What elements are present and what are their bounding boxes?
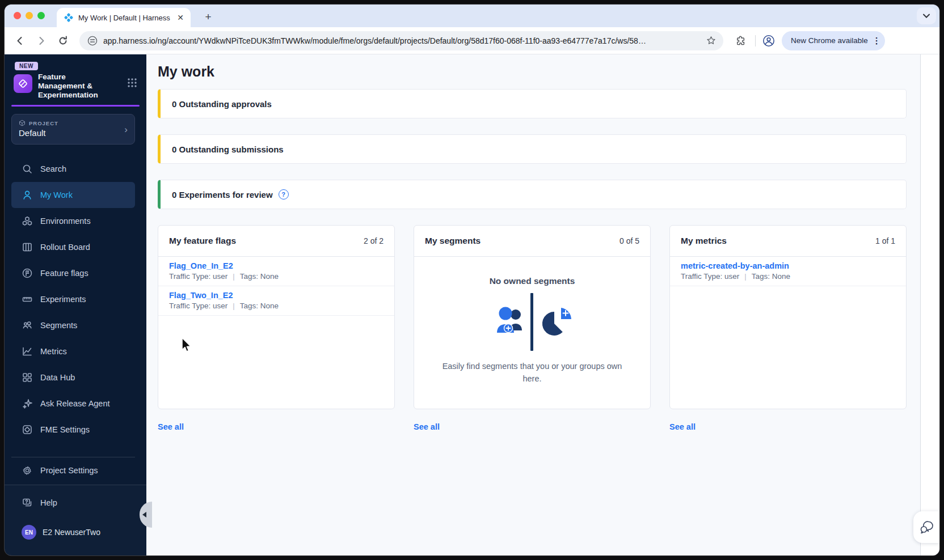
site-info-icon[interactable] <box>87 36 98 46</box>
see-all-row: See all See all See all <box>158 422 907 432</box>
flag-link[interactable]: Flag_Two_In_E2 <box>169 291 384 300</box>
module-accent-line <box>11 105 140 107</box>
tab-strip: My Work | Default | Harness ✕ + <box>5 5 939 27</box>
environments-icon <box>22 215 33 227</box>
sidebar-item-project-settings[interactable]: Project Settings <box>11 457 135 483</box>
chat-bubbles-icon <box>919 520 934 534</box>
metric-row: metric-created-by-an-admin Traffic Type:… <box>670 257 906 286</box>
help-chat-icon <box>22 497 33 508</box>
segments-icon <box>22 320 33 331</box>
reload-button[interactable] <box>57 35 69 47</box>
sidebar-item-my-work[interactable]: My Work <box>11 182 135 208</box>
app-content: NEW Feature Management & Experimentation… <box>5 54 939 555</box>
sidebar: NEW Feature Management & Experimentation… <box>5 54 146 555</box>
metric-link[interactable]: metric-created-by-an-admin <box>681 261 895 270</box>
address-bar[interactable]: app.harness.io/ng/account/YWdkwNPiTceDUK… <box>79 31 723 50</box>
sidebar-item-data-hub[interactable]: Data Hub <box>11 364 135 391</box>
sidebar-footer: Help EN E2 NewuserTwo <box>5 485 146 555</box>
extensions-icon[interactable] <box>735 35 747 47</box>
page-title: My work <box>158 63 907 80</box>
tab-search-button[interactable] <box>917 7 936 24</box>
browser-tab[interactable]: My Work | Default | Harness ✕ <box>57 8 191 27</box>
project-selector[interactable]: PROJECT Default › <box>11 114 135 145</box>
gear-icon <box>22 465 33 476</box>
card-title: My metrics <box>681 236 727 246</box>
forward-button[interactable] <box>35 35 48 47</box>
submissions-banner: 0 Outstanding submissions <box>158 134 907 164</box>
person-icon <box>22 189 33 201</box>
sidebar-nav: Search My Work Environments Rollout Boar… <box>5 156 146 483</box>
new-badge: NEW <box>15 62 38 70</box>
profile-avatar-icon[interactable] <box>762 35 775 47</box>
module-switcher-icon[interactable] <box>127 78 137 90</box>
sidebar-item-feature-flags[interactable]: Feature flags <box>11 260 135 286</box>
sidebar-item-metrics[interactable]: Metrics <box>11 338 135 364</box>
sidebar-item-help[interactable]: Help <box>11 490 135 516</box>
sidebar-item-rollout-board[interactable]: Rollout Board <box>11 234 135 260</box>
browser-window: My Work | Default | Harness ✕ + app.harn… <box>5 5 939 555</box>
mouse-cursor <box>178 336 193 353</box>
segments-empty-illustration <box>487 291 578 353</box>
metrics-chart-icon <box>22 346 33 357</box>
see-all-metrics-link[interactable]: See all <box>669 422 696 431</box>
see-all-flags-link[interactable]: See all <box>158 422 184 431</box>
sidebar-item-ask-release-agent[interactable]: Ask Release Agent <box>11 391 135 417</box>
search-icon <box>22 163 33 175</box>
feature-flag-row: Flag_One_In_E2 Traffic Type: user|Tags: … <box>158 257 394 286</box>
rollout-board-icon <box>22 241 33 253</box>
see-all-segments-link[interactable]: See all <box>414 422 440 431</box>
main-content: My work 0 Outstanding approvals 0 Outsta… <box>146 54 920 555</box>
back-button[interactable] <box>14 35 26 47</box>
new-tab-button[interactable]: + <box>201 10 216 24</box>
sidebar-item-experiments[interactable]: Experiments <box>11 286 135 312</box>
fme-module-icon <box>14 74 32 93</box>
card-count: 2 of 2 <box>364 236 384 245</box>
close-window-button[interactable] <box>14 12 21 19</box>
harness-favicon <box>64 12 74 23</box>
segments-card: My segments 0 of 5 No owned segments <box>414 225 651 409</box>
user-menu[interactable]: EN E2 NewuserTwo <box>11 519 135 545</box>
card-count: 1 of 1 <box>875 236 895 245</box>
chevron-right-icon: › <box>124 124 128 135</box>
user-name: E2 NewuserTwo <box>43 528 100 537</box>
chevron-down-icon <box>923 14 930 18</box>
feature-flag-row: Flag_Two_In_E2 Traffic Type: user|Tags: … <box>158 286 394 316</box>
sidebar-item-segments[interactable]: Segments <box>11 312 135 338</box>
sidebar-item-search[interactable]: Search <box>11 156 135 182</box>
metrics-card: My metrics 1 of 1 metric-created-by-an-a… <box>669 225 907 409</box>
browser-toolbar: app.harness.io/ng/account/YWdkwNPiTceDUK… <box>5 27 939 54</box>
minimize-window-button[interactable] <box>26 12 33 19</box>
segments-empty-state: No owned segments <box>414 257 650 409</box>
user-avatar: EN <box>22 525 36 540</box>
approvals-banner: 0 Outstanding approvals <box>158 89 907 118</box>
zoom-window-button[interactable] <box>37 12 45 19</box>
project-cube-icon <box>19 120 26 126</box>
card-title: My feature flags <box>169 236 236 246</box>
url-text[interactable]: app.harness.io/ng/account/YWdkwNPiTceDUK… <box>103 36 706 45</box>
feature-flags-card: My feature flags 2 of 2 Flag_One_In_E2 T… <box>158 225 395 409</box>
experiments-review-banner: 0 Experiments for review ? <box>158 180 907 209</box>
fme-settings-icon <box>22 424 33 435</box>
help-icon[interactable]: ? <box>279 189 289 200</box>
card-title: My segments <box>425 236 481 246</box>
toolbar-divider <box>755 35 756 46</box>
sidebar-header: NEW Feature Management & Experimentation <box>5 54 146 100</box>
sidebar-item-fme-settings[interactable]: FME Settings <box>11 417 135 443</box>
tab-close-icon[interactable]: ✕ <box>176 13 185 22</box>
feature-flag-icon <box>22 268 33 279</box>
sparkles-icon <box>22 398 33 409</box>
tab-title: My Work | Default | Harness <box>78 14 171 22</box>
chat-widget-button[interactable] <box>913 511 939 543</box>
empty-state-body: Easily find segments that you or your gr… <box>433 360 631 385</box>
empty-state-heading: No owned segments <box>490 276 575 286</box>
card-count: 0 of 5 <box>620 236 639 245</box>
chrome-update-button[interactable]: New Chrome available ⋮ <box>782 31 885 50</box>
ruler-icon <box>22 294 33 305</box>
bookmark-star-icon[interactable] <box>706 35 717 46</box>
browser-scrollbar-area[interactable] <box>920 54 939 555</box>
summary-cards: My feature flags 2 of 2 Flag_One_In_E2 T… <box>158 225 907 409</box>
sidebar-item-environments[interactable]: Environments <box>11 208 135 234</box>
browser-menu-icon[interactable]: ⋮ <box>873 38 880 44</box>
flag-link[interactable]: Flag_One_In_E2 <box>169 261 384 270</box>
project-label: PROJECT <box>29 120 58 126</box>
